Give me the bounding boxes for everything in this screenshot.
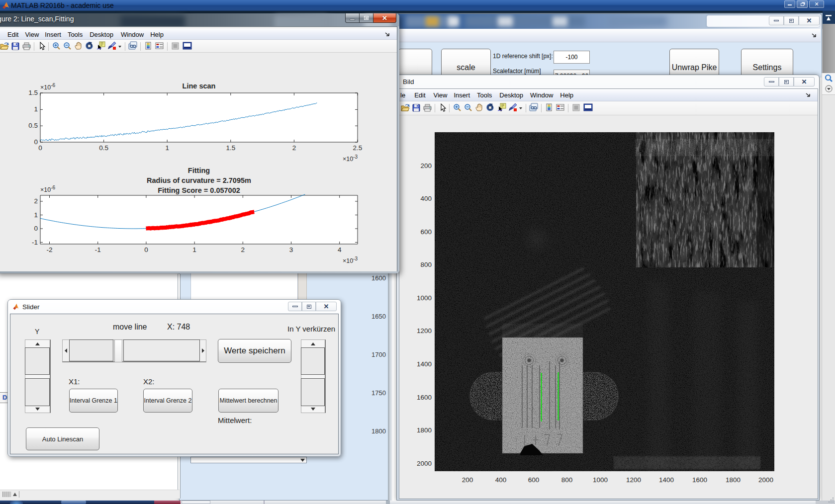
- svg-text:0: 0: [34, 225, 38, 232]
- svg-text:1.5: 1.5: [226, 144, 235, 152]
- svg-text:×10-3: ×10-3: [343, 154, 358, 163]
- svg-text:×10-3: ×10-3: [343, 256, 358, 264]
- svg-text:0: 0: [34, 138, 38, 146]
- svg-text:-1: -1: [95, 246, 101, 253]
- svg-text:-1: -1: [32, 239, 38, 246]
- svg-text:Fitting Score = 0.057002: Fitting Score = 0.057002: [158, 186, 240, 194]
- svg-text:4: 4: [338, 246, 342, 253]
- svg-text:1: 1: [192, 246, 196, 253]
- svg-text:1: 1: [165, 144, 169, 152]
- svg-text:2.5: 2.5: [353, 144, 363, 152]
- svg-text:0.5: 0.5: [28, 122, 38, 129]
- svg-text:Line scan: Line scan: [183, 82, 216, 90]
- svg-text:0.5: 0.5: [99, 144, 108, 152]
- svg-text:×10-6: ×10-6: [40, 83, 56, 91]
- svg-text:3: 3: [289, 246, 293, 253]
- svg-text:-2: -2: [46, 246, 52, 253]
- svg-text:×10-6: ×10-6: [40, 185, 56, 193]
- svg-text:Radius of curvature = 2.7095m: Radius of curvature = 2.7095m: [147, 176, 251, 184]
- svg-text:1.5: 1.5: [28, 89, 38, 96]
- svg-text:0: 0: [38, 144, 42, 152]
- svg-text:1: 1: [34, 211, 38, 219]
- svg-text:2: 2: [241, 246, 245, 253]
- svg-text:2: 2: [34, 197, 38, 205]
- svg-text:2: 2: [292, 144, 296, 152]
- svg-text:1: 1: [34, 105, 38, 113]
- svg-text:Fitting: Fitting: [188, 167, 210, 174]
- svg-text:0: 0: [144, 246, 148, 253]
